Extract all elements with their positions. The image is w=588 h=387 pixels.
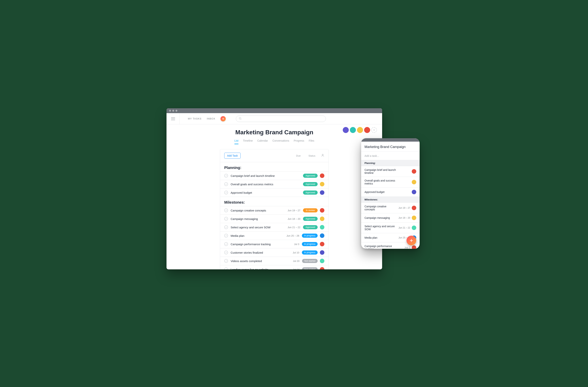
- topbar: MY TASKS INBOX: [167, 113, 382, 124]
- mobile-add-task-input[interactable]: Add a task...: [361, 152, 420, 160]
- mobile-task-avatar[interactable]: [412, 206, 416, 210]
- complete-checkbox[interactable]: [224, 268, 228, 269]
- task-row[interactable]: Campaign messagingJun 18 – 20Approved: [220, 215, 329, 223]
- window-dot: [172, 110, 174, 112]
- mobile-task-row[interactable]: Campaign brief and launch timeline: [361, 166, 420, 177]
- tab-files[interactable]: Files: [309, 139, 314, 144]
- task-assignee-avatar[interactable]: [320, 190, 324, 195]
- task-row[interactable]: Campaign creative conceptsJun 19 – 27In …: [220, 206, 329, 215]
- task-row[interactable]: Select agency and secure SOWJun 21 – 22A…: [220, 223, 329, 232]
- task-row[interactable]: Campaign performance trackingJul 3In pro…: [220, 240, 329, 248]
- mobile-task-avatar[interactable]: [412, 169, 416, 174]
- task-assignee-avatar[interactable]: [320, 242, 324, 246]
- mobile-task-avatar[interactable]: [412, 245, 416, 249]
- task-assignee-avatar[interactable]: [320, 208, 324, 213]
- complete-checkbox[interactable]: [224, 191, 228, 194]
- task-due: Jun 21 – 22: [284, 226, 300, 229]
- mobile-task-row[interactable]: Campaign creative conceptsJun 19 – 27: [361, 203, 420, 213]
- mobile-task-name: Campaign messaging: [364, 216, 397, 219]
- task-status-pill[interactable]: In progress: [302, 233, 318, 238]
- complete-checkbox[interactable]: [224, 251, 228, 254]
- add-member-button[interactable]: [371, 127, 377, 133]
- svg-point-9: [322, 154, 323, 155]
- task-row[interactable]: Campaign brief and launch timelineApprov…: [220, 172, 329, 180]
- member-avatar[interactable]: [357, 127, 363, 133]
- mobile-task-avatar[interactable]: [412, 216, 416, 220]
- task-assignee-avatar[interactable]: [320, 216, 324, 221]
- complete-checkbox[interactable]: [224, 225, 228, 229]
- section-header[interactable]: Milestones:: [220, 197, 329, 206]
- tab-calendar[interactable]: Calendar: [257, 139, 268, 144]
- complete-checkbox[interactable]: [224, 234, 228, 237]
- mobile-task-avatar[interactable]: [412, 190, 416, 194]
- task-row[interactable]: Approved budgetApproved: [220, 189, 329, 197]
- search-field[interactable]: [236, 116, 326, 122]
- complete-checkbox[interactable]: [224, 259, 228, 263]
- tab-conversations[interactable]: Conversations: [273, 139, 289, 144]
- task-assignee-avatar[interactable]: [320, 259, 324, 263]
- search-input[interactable]: [243, 117, 323, 120]
- task-name: Landing pages live on website: [231, 268, 283, 270]
- complete-checkbox[interactable]: [224, 182, 228, 186]
- member-avatar[interactable]: [350, 127, 356, 133]
- add-task-button[interactable]: Add Task: [224, 153, 241, 159]
- task-assignee-avatar[interactable]: [320, 182, 324, 186]
- task-name: Videos assets completed: [231, 259, 283, 263]
- task-assignee-avatar[interactable]: [320, 267, 324, 269]
- mobile-fab-add[interactable]: [406, 236, 416, 245]
- task-assignee-avatar[interactable]: [320, 225, 324, 230]
- task-name: Campaign performance tracking: [231, 243, 282, 246]
- task-status-pill[interactable]: Approved: [303, 191, 318, 195]
- task-assignee-avatar[interactable]: [320, 174, 324, 178]
- task-row[interactable]: Media planJun 25 – 26In progress: [220, 232, 329, 240]
- task-due: Jun 18 – 20: [284, 217, 300, 220]
- mobile-task-due: Jun 18 – 20: [397, 216, 410, 219]
- mobile-task-avatar[interactable]: [412, 180, 416, 184]
- task-row[interactable]: Landing pages live on websiteJul 24Not s…: [220, 265, 329, 269]
- mobile-task-row[interactable]: Campaign messagingJun 18 – 20: [361, 213, 420, 223]
- mobile-task-row[interactable]: Select agency and secure SOWJun 21 – 22: [361, 223, 420, 233]
- mobile-section-header[interactable]: Milestones:: [361, 197, 420, 203]
- complete-checkbox[interactable]: [224, 242, 228, 246]
- member-avatar[interactable]: [364, 127, 370, 133]
- column-status-label: Status: [308, 154, 315, 157]
- tab-progress[interactable]: Progress: [294, 139, 304, 144]
- nav-my-tasks[interactable]: MY TASKS: [188, 117, 202, 120]
- complete-checkbox[interactable]: [224, 174, 228, 177]
- nav-inbox[interactable]: INBOX: [207, 117, 215, 120]
- task-row[interactable]: Videos assets completedJul 20Not started: [220, 257, 329, 265]
- task-status-pill[interactable]: In progress: [302, 251, 318, 254]
- task-status-pill[interactable]: Approved: [303, 217, 318, 221]
- task-status-pill[interactable]: Not started: [302, 259, 318, 263]
- mobile-task-name: Select agency and secure SOW: [364, 225, 397, 231]
- mobile-task-row[interactable]: Approved budget: [361, 188, 420, 197]
- tab-timeline[interactable]: Timeline: [243, 139, 253, 144]
- task-status-pill[interactable]: In review: [303, 208, 318, 213]
- mobile-task-row[interactable]: Overall goals and success metrics: [361, 177, 420, 188]
- complete-checkbox[interactable]: [224, 209, 228, 212]
- task-due: Jul 3: [282, 243, 299, 246]
- task-assignee-avatar[interactable]: [320, 250, 324, 255]
- task-name: Campaign creative concepts: [231, 209, 284, 212]
- quick-add-button[interactable]: [220, 116, 226, 121]
- task-status-pill[interactable]: Approved: [303, 225, 318, 229]
- task-due: Jul 24: [283, 268, 299, 270]
- mobile-task-name: Campaign creative concepts: [364, 205, 397, 211]
- task-status-pill[interactable]: In progress: [302, 242, 318, 246]
- task-row[interactable]: Overall goals and success metricsApprove…: [220, 180, 329, 189]
- task-status-pill[interactable]: Approved: [303, 182, 318, 186]
- mobile-project-title: Marketing Brand Campaign: [361, 142, 420, 152]
- task-status-pill[interactable]: Not started: [302, 267, 318, 269]
- member-avatar[interactable]: [343, 127, 349, 133]
- section-header[interactable]: Planning:: [220, 162, 329, 172]
- complete-checkbox[interactable]: [224, 217, 228, 221]
- tab-list[interactable]: List: [234, 139, 238, 144]
- task-due: Jul 20: [283, 260, 299, 262]
- task-row[interactable]: Customer stories finalizedJul 10In progr…: [220, 248, 329, 257]
- task-assignee-avatar[interactable]: [320, 233, 324, 238]
- task-status-pill[interactable]: Approved: [303, 174, 318, 178]
- mobile-task-name: Overall goals and success metrics: [364, 179, 397, 185]
- mobile-section-header[interactable]: Planning:: [361, 160, 420, 166]
- mobile-task-avatar[interactable]: [412, 226, 416, 230]
- menu-button[interactable]: [167, 113, 180, 124]
